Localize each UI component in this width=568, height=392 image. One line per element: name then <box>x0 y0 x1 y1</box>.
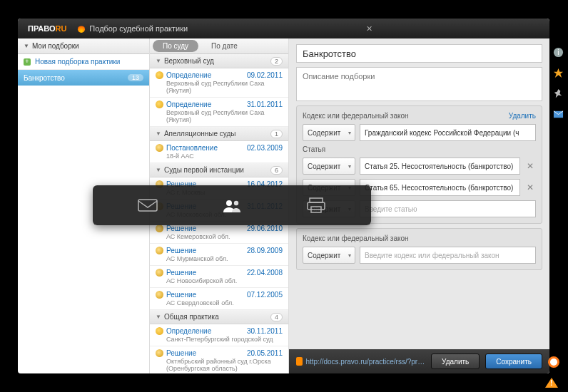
tab-by-date[interactable]: По дате <box>201 40 248 52</box>
envelope-icon[interactable] <box>137 197 158 214</box>
case-item[interactable]: Определение31.01.2011Верховный суд Респу… <box>150 98 288 127</box>
case-item[interactable]: Решение20.05.2011Октябрьский районный су… <box>150 346 288 373</box>
collection-name: Банкротство <box>24 74 65 82</box>
plus-icon: + <box>24 58 31 66</box>
case-item[interactable]: Определение30.11.2011Санкт-Петербургский… <box>150 324 288 346</box>
art2-remove[interactable]: ✕ <box>524 182 536 193</box>
art1-mode[interactable]: Содержит <box>303 158 355 175</box>
article-head: Статья <box>303 145 536 153</box>
left-header[interactable]: ▼Мои подборки <box>18 38 149 54</box>
footer-bar: http://docs.pravo.ru/practice/rss/?pract… <box>289 349 549 373</box>
left-header-label: Мои подборки <box>32 42 79 50</box>
app-title: Подбор судебной практики <box>78 24 188 33</box>
info-icon[interactable]: i <box>553 47 564 58</box>
block2-mode[interactable]: Содержит <box>303 247 355 264</box>
right-sidebar: i <box>552 47 564 120</box>
svg-text:i: i <box>557 48 559 56</box>
art1-input[interactable] <box>360 158 520 175</box>
group-header[interactable]: ▼Общая практика4 <box>150 310 288 324</box>
svg-rect-7 <box>310 198 323 202</box>
print-icon[interactable] <box>305 197 327 214</box>
collection-desc-input[interactable] <box>296 67 542 101</box>
block1-codex-input[interactable] <box>360 124 536 141</box>
art3-input[interactable] <box>360 200 536 217</box>
new-collection-row[interactable]: +Новая подборка практики <box>18 54 149 70</box>
tabs: По суду По дате <box>150 38 288 54</box>
warning-icon[interactable] <box>545 378 558 388</box>
block1-delete-link[interactable]: Удалить <box>509 112 536 120</box>
chevron-down-icon: ▼ <box>24 43 29 49</box>
collection-title-input[interactable] <box>296 44 542 63</box>
block2-head: Кодекс или федеральный закон <box>303 234 409 242</box>
case-item[interactable]: Решение28.09.2009АС Мурманской обл. <box>150 244 288 266</box>
art1-remove[interactable]: ✕ <box>524 160 536 172</box>
block2-input[interactable] <box>360 247 536 264</box>
svg-point-6 <box>234 201 238 205</box>
case-item[interactable]: Определение09.02.2011Верховный суд Респу… <box>150 68 288 98</box>
art2-input[interactable] <box>360 179 520 196</box>
people-icon[interactable] <box>221 197 243 214</box>
tools-icon[interactable]: ✕ <box>366 24 372 33</box>
case-item[interactable]: Постановление02.03.200918-й ААС <box>150 141 288 163</box>
delete-button[interactable]: Удалить <box>431 354 480 369</box>
logo: ПРАВОRU <box>24 23 71 34</box>
svg-marker-2 <box>553 68 562 78</box>
block1-codex-mode[interactable]: Содержит <box>303 124 355 141</box>
group-header[interactable]: ▼Верховный суд2 <box>150 54 288 68</box>
svg-rect-8 <box>308 202 325 210</box>
save-button[interactable]: Сохранить <box>485 354 542 369</box>
flame-icon <box>78 24 85 33</box>
group-header[interactable]: ▼Апелляционные суды1 <box>150 127 288 141</box>
group-header[interactable]: ▼Суды первой инстанции6 <box>150 163 288 177</box>
collection-count: 13 <box>128 74 143 81</box>
filter-block-2: Кодекс или федеральный закон Содержит <box>296 228 542 270</box>
rss-url: http://docs.pravo.ru/practice/rss/?pract… <box>305 358 425 366</box>
share-overlay <box>93 185 371 225</box>
help-icon[interactable] <box>548 356 559 368</box>
rss-icon <box>296 357 303 366</box>
rss-row[interactable]: http://docs.pravo.ru/practice/rss/?pract… <box>296 357 425 366</box>
mail-icon[interactable] <box>553 109 564 120</box>
new-collection-label: Новая подборка практики <box>35 58 120 66</box>
collection-selected[interactable]: Банкротство13 <box>18 70 149 86</box>
app-title-text: Подбор судебной практики <box>89 24 188 33</box>
case-item[interactable]: Решение07.12.2005АС Свердловской обл. <box>150 288 288 310</box>
svg-rect-4 <box>138 200 157 211</box>
pin-icon[interactable] <box>553 88 564 99</box>
tab-by-court[interactable]: По суду <box>153 40 198 52</box>
title-bar: ПРАВОRU Подбор судебной практики ✕ <box>18 19 549 38</box>
svg-point-5 <box>226 200 232 206</box>
block1-head: Кодекс или федеральный закон <box>303 112 409 120</box>
star-icon[interactable] <box>553 68 564 78</box>
case-item[interactable]: Решение22.04.2008АС Новосибирской обл. <box>150 266 288 288</box>
